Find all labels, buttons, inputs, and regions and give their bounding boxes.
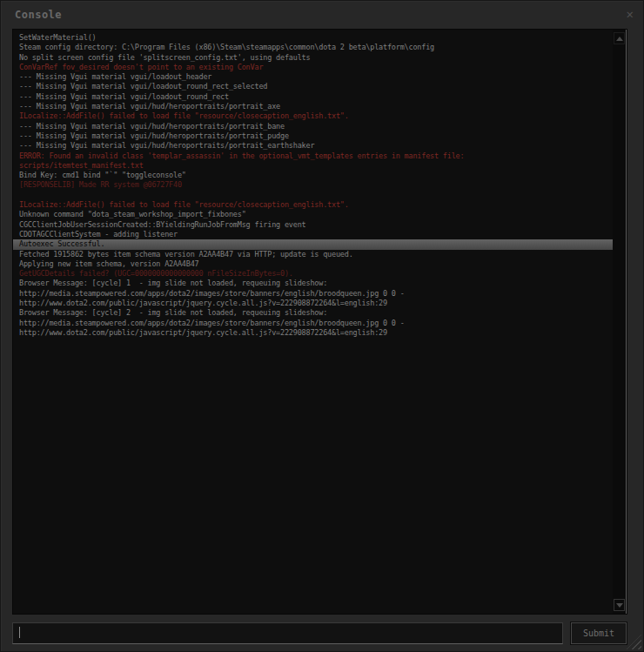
titlebar[interactable]: Console ✕: [1, 1, 643, 28]
console-line: scripts/itemtest_manifest.txt: [19, 161, 613, 171]
console-line: SetWaterMaterial(): [19, 33, 613, 43]
console-line: ERROR: Found an invalid class 'templar_a…: [19, 151, 613, 161]
console-line: --- Missing Vgui material vgui/hud/herop…: [19, 102, 613, 111]
console-line: ConVarRef fov_desired doesn't point to a…: [19, 63, 613, 72]
submit-button[interactable]: Submit: [571, 622, 627, 644]
console-line: [RESPONSELIB] Made RR system @06727F40: [19, 180, 613, 190]
console-line: Browser Message: [cycle] 1 - img slide n…: [19, 279, 613, 288]
console-line: http://www.dota2.com/public/javascript/j…: [19, 328, 613, 338]
command-input[interactable]: [12, 622, 563, 644]
console-line: --- Missing Vgui material vgui/hud/herop…: [19, 141, 613, 151]
scroll-up-icon: [616, 37, 623, 41]
console-line: --- Missing Vgui material vgui/hud/herop…: [19, 131, 613, 141]
console-line: --- Missing Vgui material vgui/hud/herop…: [19, 122, 613, 131]
console-line: Steam config directory: C:\Program Files…: [19, 43, 613, 52]
console-output: SetWaterMaterial()Steam config directory…: [13, 30, 613, 614]
console-line: [19, 191, 613, 200]
console-line: --- Missing Vgui material vgui/loadout_h…: [19, 72, 613, 82]
console-output-area: SetWaterMaterial()Steam config directory…: [12, 29, 627, 615]
console-line: GetUGCDetails failed? (UGC=0000000000000…: [19, 269, 613, 279]
scroll-down-button[interactable]: [614, 599, 625, 611]
console-line: --- Missing Vgui material vgui/loadout_r…: [19, 82, 613, 91]
console-line: ILocalize::AddFile() failed to load file…: [19, 111, 613, 121]
scroll-up-button[interactable]: [614, 32, 625, 44]
console-line: Browser Message: [cycle] 2 - img slide n…: [19, 308, 613, 318]
close-icon[interactable]: ✕: [627, 7, 634, 21]
console-line: --- Missing Vgui material vgui/loadout_r…: [19, 92, 613, 102]
resize-grip-icon[interactable]: [627, 635, 641, 649]
console-line: http://media.steampowered.com/apps/dota2…: [19, 289, 613, 299]
console-window: Console ✕ SetWaterMaterial()Steam config…: [0, 0, 644, 652]
scrollbar[interactable]: [613, 30, 627, 614]
console-line-highlighted: Autoexec Successful.: [13, 239, 614, 249]
console-line: CDOTAGCClientSystem - adding listener: [19, 230, 613, 239]
console-line: No split screen config file 'splitscreen…: [19, 53, 613, 63]
scroll-down-icon: [616, 603, 623, 608]
console-line: http://www.dota2.com/public/javascript/j…: [19, 299, 613, 308]
console-line: ILocalize::AddFile() failed to load file…: [19, 200, 613, 210]
window-title: Console: [15, 9, 62, 21]
console-line: Fetched 1915862 bytes item schema versio…: [19, 250, 613, 259]
console-line: CGCClientJobUserSessionCreated::BYieldin…: [19, 220, 613, 230]
console-line: http://media.steampowered.com/apps/dota2…: [19, 319, 613, 328]
console-line: Bind Key: cmd1 bind "`" "toggleconsole": [19, 171, 613, 180]
console-line: Applying new item schema, version A2AA4B…: [19, 259, 613, 269]
console-line: Unknown command "dota_steam_workshop_imp…: [19, 210, 613, 219]
